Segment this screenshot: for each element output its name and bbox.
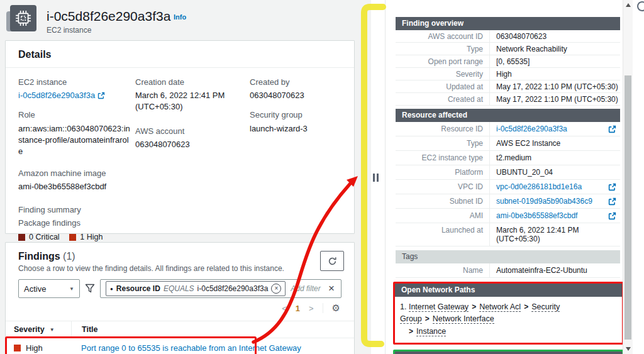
token-operator: EQUALS <box>164 284 194 293</box>
high-swatch <box>69 234 76 241</box>
filter-funnel-icon <box>85 284 95 294</box>
preferences-gear-icon[interactable]: ⚙ <box>332 302 340 314</box>
add-filter-placeholder[interactable]: Add filter <box>291 284 322 293</box>
field-value: [0, 65535] <box>490 55 620 67</box>
findings-card: Findings (1) Choose a row to view the fi… <box>5 242 355 354</box>
severity-column-header[interactable]: Severity ▼ <box>6 325 71 334</box>
findings-heading: Findings (1) <box>18 251 284 262</box>
field-value: May 17, 2022 1:10 PM (UTC+05:30) <box>490 93 620 105</box>
field-value: t2.medium <box>490 151 620 165</box>
field-label: EC2 instance type <box>396 151 490 165</box>
token-value: i-0c5d8f26e290a3f3a <box>197 284 269 293</box>
page-header: i-0c5d8f26e290a3f3a Info EC2 instance <box>6 5 358 36</box>
finding-overview-header: Finding overview <box>396 17 620 30</box>
external-link-icon[interactable] <box>608 197 616 206</box>
field-label: Updated at <box>396 80 490 92</box>
row-severity: High <box>26 343 43 353</box>
cpu-chip-icon <box>15 10 31 26</box>
path-item-network-acl[interactable]: Network Acl <box>479 302 521 312</box>
findings-table: Severity ▼ Title High Port range 0 to 65… <box>6 321 354 354</box>
creation-date-value: March 6, 2022 12:41 PM (UTC+05:30) <box>135 90 236 113</box>
resource-affected-header: Resource affected <box>396 109 620 122</box>
field-label: Subnet ID <box>396 194 490 208</box>
chevron-right-icon: > <box>425 314 430 323</box>
field-label: Launched at <box>396 223 490 246</box>
external-link-icon[interactable] <box>97 92 105 99</box>
field-label: Created by <box>250 77 341 88</box>
current-page-number[interactable]: 1 <box>296 304 300 313</box>
critical-count-badge: 0 Critical <box>18 232 60 243</box>
page-subtitle: EC2 instance <box>47 26 91 35</box>
remediation-section: Remediation You can restrict access to y… <box>393 350 624 354</box>
tags-header: Tags <box>396 250 620 263</box>
scroll-down-arrow-icon[interactable] <box>626 347 631 351</box>
chevron-right-icon: > <box>409 327 413 336</box>
field-label: Created at <box>396 93 490 105</box>
path-item-network-interface[interactable]: Network Interface <box>433 314 494 324</box>
scrollbar-thumb[interactable] <box>625 75 631 340</box>
external-link-icon[interactable] <box>608 183 616 191</box>
ec2-instance-link[interactable]: i-0c5d8f26e290a3f3a <box>18 91 95 100</box>
created-by-value: 063048070623 <box>250 90 341 101</box>
aws-account-value: 063048070623 <box>135 139 250 150</box>
refresh-button[interactable] <box>320 251 344 271</box>
ami-link[interactable]: ami-0be3b65588ef3cbdf <box>496 211 577 220</box>
field-label: AMI <box>396 209 490 223</box>
field-label: AWS account <box>135 126 250 137</box>
field-value: May 17, 2022 1:10 PM (UTC+05:30) <box>490 80 620 92</box>
title-column-header: Title <box>71 321 354 338</box>
field-label: Security group <box>250 109 341 121</box>
remove-token-icon[interactable]: × <box>271 284 281 294</box>
aws-inspector-instance-screen: i-0c5d8f26e290a3f3a Info EC2 instance De… <box>0 0 644 354</box>
panel-resize-handle[interactable] <box>373 174 379 182</box>
property-filter-input[interactable]: ● Resource ID EQUALS i-0c5d8f26e290a3f3a… <box>100 279 341 298</box>
field-label: Creation date <box>135 77 250 88</box>
field-label: VPC ID <box>396 180 490 194</box>
next-page-icon[interactable]: > <box>309 304 314 313</box>
finding-title-link[interactable]: Port range 0 to 65535 is reachable from … <box>81 343 301 353</box>
ec2-instance-icon <box>6 5 36 34</box>
field-label: Type <box>396 43 490 55</box>
field-label: Severity <box>396 68 490 80</box>
field-label: Type <box>396 136 490 150</box>
external-link-icon[interactable] <box>608 212 616 220</box>
field-label: Resource ID <box>396 122 490 136</box>
vertical-scrollbar[interactable] <box>623 0 633 354</box>
field-label: EC2 instance <box>18 77 135 88</box>
findings-description: Choose a row to view the finding details… <box>18 264 284 273</box>
info-link[interactable]: Info <box>174 13 186 21</box>
resource-id-link[interactable]: i-0c5d8f26e290a3f3a <box>496 124 567 133</box>
field-label: AWS account ID <box>396 30 490 42</box>
scroll-up-arrow-icon[interactable] <box>626 3 631 7</box>
token-bullet-icon: ● <box>110 286 113 292</box>
external-link-icon[interactable] <box>608 125 616 133</box>
finding-detail-panel: Finding overview AWS account ID063048070… <box>385 0 623 354</box>
chevron-down-icon: ▼ <box>69 286 74 292</box>
clear-filters-icon[interactable]: × <box>327 282 336 295</box>
package-findings-label: Package findings <box>18 218 135 229</box>
details-heading: Details <box>6 41 354 68</box>
role-value: arn:aws:iam::063048070623:instance-profi… <box>18 123 130 158</box>
path-item-instance[interactable]: Instance <box>416 327 446 336</box>
field-label: Name <box>396 263 490 277</box>
path-item-internet-gateway[interactable]: Internet Gateway <box>409 302 469 312</box>
ami-value: ami-0be3b65588ef3cbdf <box>18 181 135 192</box>
field-value: AWS EC2 Instance <box>490 136 620 150</box>
previous-page-icon[interactable]: < <box>282 304 287 313</box>
network-path: 1. Internet Gateway>Network Acl>Security… <box>395 297 622 343</box>
high-count-badge: 1 High <box>69 232 103 243</box>
finding-row[interactable]: High Port range 0 to 65535 is reachable … <box>6 338 354 354</box>
field-label: Role <box>18 109 135 121</box>
page-title: i-0c5d8f26e290a3f3a <box>47 9 170 24</box>
findings-count: (1) <box>63 251 75 262</box>
subnet-id-link[interactable]: subnet-019d9a5b90ab436c9 <box>496 197 592 206</box>
field-label: Amazon machine image <box>18 168 135 179</box>
field-label: Platform <box>396 165 490 179</box>
findings-status-select[interactable]: Active ▼ <box>18 279 80 298</box>
security-group-value: launch-wizard-3 <box>250 123 341 135</box>
divider <box>323 303 323 313</box>
vpc-id-link[interactable]: vpc-0d0e286181bd1e16a <box>496 182 582 191</box>
path-index: 1. <box>400 302 406 311</box>
field-value: Network Reachability <box>490 43 620 55</box>
clipped-circle-icon <box>637 1 644 11</box>
